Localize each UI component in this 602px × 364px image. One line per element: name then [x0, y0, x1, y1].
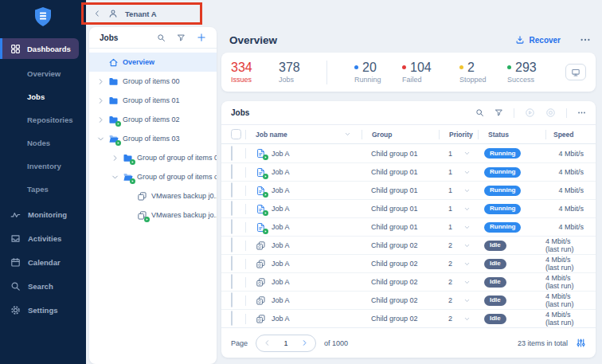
- sort-chevron-icon[interactable]: [345, 131, 350, 137]
- next-page-icon[interactable]: [301, 339, 308, 346]
- page-more-icon[interactable]: [580, 34, 591, 45]
- tree-add-icon[interactable]: [197, 33, 206, 42]
- table-row[interactable]: Job AChild group 022Idle4 Mbit/s (last r…: [221, 236, 596, 254]
- tree-item-vmwares-backup-jo[interactable]: VMwares backup jo...: [89, 205, 217, 225]
- expander-down-icon[interactable]: [97, 135, 104, 143]
- prev-page-icon[interactable]: [264, 339, 271, 346]
- tree-body: OverviewGroup of items 00Group of items …: [89, 49, 217, 225]
- tree-item-group-of-items-02[interactable]: Group of items 02: [89, 110, 217, 129]
- stop-job-icon[interactable]: [545, 108, 556, 118]
- table-more-icon[interactable]: [577, 108, 586, 117]
- priority-chevron-icon: [464, 206, 470, 212]
- sidebar-item-calendar[interactable]: Calendar: [0, 250, 86, 274]
- row-checkbox[interactable]: [231, 182, 233, 198]
- sidebar-item-search[interactable]: Search: [0, 274, 86, 298]
- app-logo-shield-icon: [33, 6, 53, 28]
- pagination-control: 1: [256, 335, 316, 352]
- row-checkbox-cell: [231, 220, 245, 234]
- row-checkbox[interactable]: [231, 201, 233, 216]
- table-row[interactable]: Job AChild group 022Idle4 Mbit/s (last r…: [221, 272, 596, 291]
- row-checkbox[interactable]: [231, 274, 233, 289]
- table-search-icon[interactable]: [475, 108, 484, 117]
- expander-right-icon[interactable]: [97, 97, 104, 104]
- tree-item-group-of-items-01[interactable]: Group of items 01: [89, 91, 217, 110]
- table-row[interactable]: Job AChild group 011Running4 Mbit/s: [221, 181, 596, 199]
- row-checkbox[interactable]: [231, 311, 233, 326]
- recover-button[interactable]: Recover: [515, 35, 561, 45]
- job-speed: 4 Mbit/s: [545, 205, 586, 213]
- sidebar-item-monitoring[interactable]: Monitoring: [0, 202, 86, 226]
- table-row[interactable]: Job AChild group 022Idle4 Mbit/s (last r…: [221, 254, 596, 272]
- select-all-checkbox[interactable]: [231, 129, 241, 139]
- job-speed: 4 Mbit/s: [545, 223, 586, 231]
- sidebar-item-jobs[interactable]: Jobs: [0, 85, 86, 108]
- row-checkbox[interactable]: [231, 292, 233, 307]
- status-badge: Running: [484, 222, 521, 233]
- sidebar-item-tapes[interactable]: Tapes: [0, 178, 86, 201]
- table-row[interactable]: Job AChild group 011Running4 Mbit/s: [221, 144, 596, 162]
- row-checkbox-cell: [231, 311, 245, 326]
- table-row[interactable]: Job AChild group 011Running4 Mbit/s: [221, 217, 596, 236]
- job-speed: 4 Mbit/s: [545, 150, 586, 158]
- column-header-speed[interactable]: Speed: [553, 131, 574, 139]
- row-checkbox[interactable]: [231, 256, 233, 271]
- sidebar-sub-items: OverviewJobsRepositoriesNodesInventoryTa…: [0, 62, 86, 201]
- settings-icon: [10, 305, 21, 315]
- tree-title: Jobs: [100, 33, 146, 42]
- tree-item-overview[interactable]: Overview: [89, 53, 217, 72]
- tree-item-group-of-group-of-items-00[interactable]: Group of group of items 00: [89, 148, 217, 167]
- row-checkbox-cell: [231, 293, 245, 307]
- expander-right-icon[interactable]: [97, 78, 104, 85]
- table-row[interactable]: Job AChild group 011Running4 Mbit/s: [221, 162, 596, 181]
- tree-item-vmwares-backup-j0[interactable]: VMwares backup j0...: [89, 186, 217, 205]
- tree-search-icon[interactable]: [157, 33, 166, 42]
- start-job-icon[interactable]: [525, 108, 535, 118]
- job-name: Job A: [272, 315, 290, 323]
- page-count-label: of 1000: [324, 339, 348, 347]
- row-checkbox[interactable]: [231, 146, 233, 161]
- sidebar-item-settings[interactable]: Settings: [0, 298, 86, 322]
- tree-item-group-of-group-of-items-o[interactable]: Group of group of items o...: [89, 167, 217, 186]
- column-header-status[interactable]: Status: [488, 131, 509, 139]
- tree-item-group-of-items-03[interactable]: Group of items 03: [89, 129, 217, 148]
- column-settings-icon[interactable]: [576, 338, 586, 348]
- job-name-cell: Job A: [245, 167, 362, 178]
- sidebar-item-nodes[interactable]: Nodes: [0, 131, 86, 155]
- sidebar-item-repositories[interactable]: Repositories: [0, 108, 86, 131]
- sidebar-item-overview[interactable]: Overview: [0, 62, 86, 85]
- stats-totals-group: 334Issues378Jobs: [231, 61, 326, 84]
- sidebar-item-dashboards[interactable]: Dashboards: [0, 38, 79, 59]
- status-badge: Running: [484, 167, 521, 178]
- monitor-view-button[interactable]: [565, 64, 586, 80]
- sidebar-item-inventory[interactable]: Inventory: [0, 155, 86, 178]
- expander-right-icon[interactable]: [97, 116, 104, 123]
- vm-job-icon: [256, 296, 266, 306]
- priority-chevron-icon: [464, 280, 470, 285]
- status-badge: Idle: [484, 296, 506, 306]
- jobs-card-title: Jobs: [231, 108, 465, 117]
- row-checkbox[interactable]: [231, 237, 233, 252]
- job-priority: 2: [439, 260, 478, 268]
- tree-item-label: Group of items 03: [123, 135, 217, 143]
- expander-right-icon[interactable]: [111, 155, 119, 162]
- column-header-job-name[interactable]: Job name: [256, 131, 287, 139]
- sidebar-item-activities[interactable]: Activities: [0, 226, 86, 250]
- expander-down-icon[interactable]: [111, 174, 119, 181]
- tree-filter-icon[interactable]: [177, 33, 186, 42]
- job-speed: 4 Mbit/s (last run): [545, 237, 586, 253]
- table-filter-icon[interactable]: [494, 108, 503, 117]
- tree-item-group-of-items-00[interactable]: Group of items 00: [89, 72, 217, 91]
- column-header-group[interactable]: Group: [372, 131, 393, 139]
- table-row[interactable]: Job AChild group 011Running4 Mbit/s: [221, 199, 596, 217]
- table-row[interactable]: Job AChild group 022Idle4 Mbit/s (last r…: [221, 309, 596, 327]
- row-checkbox[interactable]: [231, 219, 233, 234]
- job-name-cell: Job A: [245, 296, 362, 306]
- back-icon[interactable]: [93, 10, 101, 18]
- doc-job-icon: [256, 148, 266, 159]
- table-row[interactable]: Job AChild group 022Idle4 Mbit/s (last r…: [221, 291, 596, 309]
- tenant-breadcrumb[interactable]: Tenant A: [93, 9, 157, 18]
- row-checkbox[interactable]: [231, 164, 233, 179]
- stat-running: 20Running: [354, 61, 402, 84]
- column-header-priority[interactable]: Priority: [449, 131, 473, 139]
- current-page-value[interactable]: 1: [284, 339, 288, 347]
